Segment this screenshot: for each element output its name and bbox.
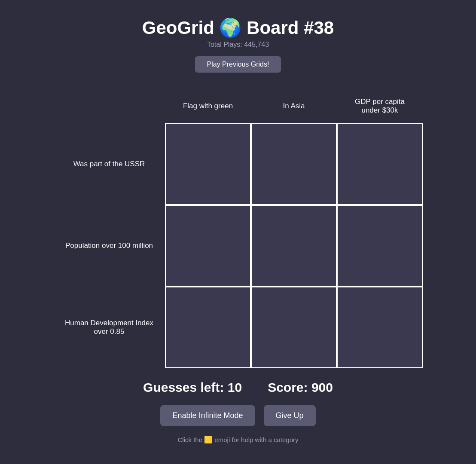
cell-3-3[interactable]	[337, 287, 423, 368]
infinite-mode-button[interactable]: Enable Infinite Mode	[160, 405, 255, 426]
row-header-3: Human Development Index over 0.85	[53, 287, 165, 368]
action-buttons: Enable Infinite Mode Give Up	[160, 405, 315, 426]
cell-3-2[interactable]	[251, 287, 337, 368]
grid-corner	[53, 89, 165, 123]
row-header-1: Was part of the USSR	[53, 123, 165, 205]
play-previous-button[interactable]: Play Previous Grids!	[195, 56, 281, 73]
game-grid: Flag with green In Asia GDP per capita u…	[53, 89, 423, 368]
cell-2-1[interactable]	[165, 205, 251, 287]
row-header-2: Population over 100 million	[53, 205, 165, 287]
total-plays: Total Plays: 445,743	[142, 41, 334, 49]
help-text: Click the 🟨 emoji for help with a catego…	[178, 436, 299, 444]
col-header-1: Flag with green	[165, 89, 251, 123]
help-emoji: 🟨	[204, 436, 213, 443]
cell-3-1[interactable]	[165, 287, 251, 368]
col-header-2: In Asia	[251, 89, 337, 123]
score: Score: 900	[268, 380, 333, 395]
cell-1-2[interactable]	[251, 123, 337, 205]
col-header-3: GDP per capita under $30k	[337, 89, 423, 123]
guesses-left: Guesses left: 10	[143, 380, 242, 395]
cell-1-1[interactable]	[165, 123, 251, 205]
stats-row: Guesses left: 10 Score: 900	[143, 380, 333, 395]
give-up-button[interactable]: Give Up	[264, 405, 316, 426]
page-header: GeoGrid 🌍 Board #38 Total Plays: 445,743…	[142, 17, 334, 73]
cell-2-2[interactable]	[251, 205, 337, 287]
page-title: GeoGrid 🌍 Board #38	[142, 17, 334, 38]
cell-2-3[interactable]	[337, 205, 423, 287]
cell-1-3[interactable]	[337, 123, 423, 205]
